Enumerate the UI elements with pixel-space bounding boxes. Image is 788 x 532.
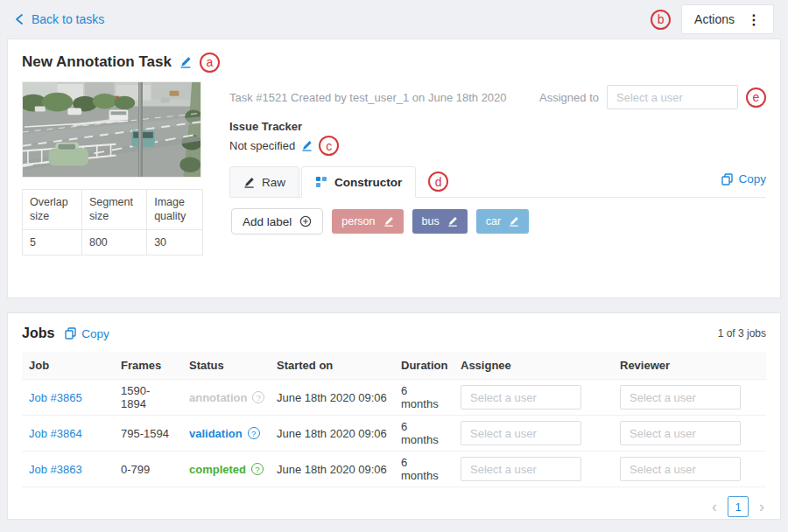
copy-icon <box>721 173 733 186</box>
pencil-icon <box>243 177 255 188</box>
job-status-label: validation <box>189 427 243 440</box>
question-circle-icon[interactable]: ? <box>252 391 264 403</box>
jobs-count-text: 1 of 3 jobs <box>718 327 766 340</box>
column-header-duration: Duration <box>394 352 454 380</box>
job-status: completed ? <box>189 463 264 476</box>
labels-tab-bar: Raw Constructor d Copy <box>229 166 766 198</box>
job-duration: 6 months <box>394 416 454 452</box>
label-chip-car[interactable]: car <box>476 209 529 234</box>
pagination-next-icon[interactable]: › <box>759 499 764 514</box>
annotation-circle-c: c <box>319 136 339 156</box>
job-duration: 6 months <box>394 452 454 487</box>
copy-link-label: Copy <box>738 172 766 186</box>
param-header-segment: Segment size <box>81 190 146 230</box>
add-label-button-label: Add label <box>243 215 292 228</box>
task-assignee-select[interactable] <box>607 85 738 109</box>
job-link[interactable]: Job #3863 <box>29 463 82 476</box>
jobs-card: Jobs Copy 1 of 3 jobs Job Frames Status … <box>7 312 781 520</box>
column-header-reviewer: Reviewer <box>613 352 766 380</box>
back-to-tasks-label: Back to tasks <box>32 12 104 26</box>
question-circle-icon[interactable]: ? <box>248 427 260 439</box>
constructor-blocks-icon <box>315 176 327 188</box>
tab-raw-label: Raw <box>262 176 285 189</box>
tab-raw[interactable]: Raw <box>229 166 299 197</box>
param-header-quality: Image quality <box>147 190 203 230</box>
labels-constructor-panel: Add label person bus <box>229 198 766 245</box>
column-header-job: Job <box>22 352 114 380</box>
task-meta-text: Task #1521 Created by test_user_1 on Jun… <box>229 91 507 104</box>
job-status: annotation ? <box>189 391 264 404</box>
jobs-title: Jobs <box>22 326 54 341</box>
job-link[interactable]: Job #3864 <box>29 427 82 440</box>
top-bar: Back to tasks b Actions ⋮ <box>0 0 788 38</box>
annotation-circle-e: e <box>746 88 766 108</box>
param-value-segment: 800 <box>81 229 146 255</box>
param-value-overlap: 5 <box>23 229 82 255</box>
annotation-circle-d: d <box>428 172 448 192</box>
job-reviewer-select[interactable] <box>620 457 741 481</box>
job-row-3865: Job #3865 1590-1894 annotation ? June 18… <box>22 380 766 416</box>
actions-button-label: Actions <box>694 12 735 26</box>
job-reviewer-select[interactable] <box>620 421 741 445</box>
job-assignee-select[interactable] <box>461 385 581 410</box>
column-header-assignee: Assignee <box>454 352 613 380</box>
job-row-3864: Job #3864 795-1594 validation ? June 18t… <box>22 416 766 452</box>
job-frames: 0-799 <box>114 452 182 487</box>
label-chip-person[interactable]: person <box>332 209 403 234</box>
jobs-table-header-row: Job Frames Status Started on Duration As… <box>22 352 766 380</box>
task-title: New Annotation Task <box>22 53 172 71</box>
jobs-copy-link[interactable]: Copy <box>65 327 109 340</box>
param-header-overlap: Overlap size <box>23 190 82 230</box>
vertical-ellipsis-icon: ⋮ <box>747 11 761 28</box>
annotation-circle-a: a <box>200 52 220 73</box>
param-value-quality: 30 <box>147 229 203 255</box>
job-assignee-select[interactable] <box>461 421 581 445</box>
actions-button[interactable]: Actions ⋮ <box>681 4 774 34</box>
job-started-on: June 18th 2020 09:06 <box>270 452 394 487</box>
pagination-prev-icon[interactable]: ‹ <box>712 499 717 514</box>
tab-constructor-label: Constructor <box>334 176 402 189</box>
job-status-label: annotation <box>189 391 247 404</box>
issue-tracker-value: Not specified <box>229 139 295 152</box>
job-reviewer-select[interactable] <box>620 385 741 410</box>
back-to-tasks-link[interactable]: Back to tasks <box>14 12 104 26</box>
pagination-page-1[interactable]: 1 <box>728 496 749 517</box>
task-parameters-table: Overlap size Segment size Image quality … <box>22 189 203 256</box>
annotation-circle-b: b <box>651 10 671 30</box>
label-chip-car-name: car <box>486 215 501 228</box>
assigned-to-label: Assigned to <box>539 91 599 104</box>
question-circle-icon[interactable]: ? <box>251 463 264 475</box>
job-frames: 1590-1894 <box>114 380 182 416</box>
jobs-table: Job Frames Status Started on Duration As… <box>22 352 766 487</box>
jobs-pagination: ‹ 1 › <box>22 496 766 517</box>
job-started-on: June 18th 2020 09:06 <box>270 380 394 416</box>
job-assignee-select[interactable] <box>461 457 581 481</box>
edit-label-pencil-icon[interactable] <box>383 216 394 227</box>
job-status-label: completed <box>189 463 246 476</box>
edit-title-pencil-icon[interactable] <box>179 56 192 68</box>
column-header-started-on: Started on <box>270 352 394 380</box>
tab-constructor[interactable]: Constructor <box>301 166 416 198</box>
label-chip-person-name: person <box>341 215 375 228</box>
label-chip-bus-name: bus <box>422 215 440 228</box>
issue-tracker-label: Issue Tracker <box>229 120 766 133</box>
add-label-button[interactable]: Add label <box>231 208 323 234</box>
job-duration: 6 months <box>394 380 454 416</box>
jobs-copy-link-label: Copy <box>81 327 109 340</box>
job-started-on: June 18th 2020 09:06 <box>270 416 394 452</box>
edit-label-pencil-icon[interactable] <box>509 216 519 227</box>
labels-copy-link[interactable]: Copy <box>721 172 766 191</box>
column-header-frames: Frames <box>114 352 182 380</box>
column-header-status: Status <box>182 352 270 380</box>
job-frames: 795-1594 <box>114 416 182 452</box>
edit-label-pencil-icon[interactable] <box>447 216 458 227</box>
copy-icon <box>65 327 76 340</box>
job-status: validation ? <box>189 427 260 440</box>
label-chip-bus[interactable]: bus <box>412 209 468 234</box>
plus-circle-icon <box>299 215 312 228</box>
task-details-card: New Annotation Task a <box>7 38 781 298</box>
task-preview-image <box>22 81 201 178</box>
chevron-left-icon <box>14 13 25 25</box>
edit-issue-tracker-pencil-icon[interactable] <box>301 140 313 151</box>
job-link[interactable]: Job #3865 <box>29 391 82 404</box>
